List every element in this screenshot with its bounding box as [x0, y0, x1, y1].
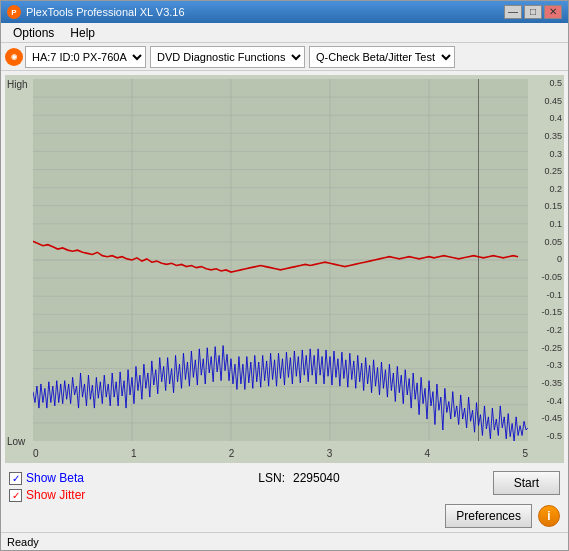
info-button[interactable]: i [538, 505, 560, 527]
function-dropdown[interactable]: DVD Diagnostic Functions [150, 46, 305, 68]
drive-icon: ◉ [5, 48, 23, 66]
toolbar: ◉ HA:7 ID:0 PX-760A DVD Diagnostic Funct… [1, 43, 568, 71]
y-axis: 0.5 0.45 0.4 0.35 0.3 0.25 0.2 0.15 0.1 … [530, 79, 564, 441]
test-dropdown[interactable]: Q-Check Beta/Jitter Test [309, 46, 455, 68]
chart-area: High Low [5, 75, 564, 463]
show-beta-label: Show Beta [26, 471, 84, 485]
chart-svg [33, 79, 528, 441]
checkbox-area: ✓ Show Beta ✓ Show Jitter [9, 471, 85, 502]
drive-dropdown[interactable]: HA:7 ID:0 PX-760A [25, 46, 146, 68]
bottom-controls: ✓ Show Beta ✓ Show Jitter LSN: 2295040 S… [1, 467, 568, 504]
show-jitter-label: Show Jitter [26, 488, 85, 502]
show-beta-checkbox[interactable]: ✓ [9, 472, 22, 485]
chart-plot [33, 79, 528, 441]
menu-options[interactable]: Options [5, 24, 62, 42]
menu-bar: Options Help [1, 23, 568, 43]
start-button[interactable]: Start [493, 471, 560, 495]
window-title: PlexTools Professional XL V3.16 [26, 6, 185, 18]
lsn-label: LSN: [258, 471, 285, 485]
show-jitter-checkbox-label[interactable]: ✓ Show Jitter [9, 488, 85, 502]
menu-help[interactable]: Help [62, 24, 103, 42]
right-buttons: Start [493, 471, 560, 495]
status-bar: Ready [1, 532, 568, 550]
main-window: P PlexTools Professional XL V3.16 — □ ✕ … [0, 0, 569, 551]
preferences-button[interactable]: Preferences [445, 504, 532, 528]
prefs-row: Preferences i [1, 504, 568, 532]
lsn-value: 2295040 [293, 471, 340, 485]
drive-select-area: ◉ HA:7 ID:0 PX-760A [5, 46, 146, 68]
chart-low-label: Low [7, 436, 25, 447]
minimize-button[interactable]: — [504, 5, 522, 19]
status-text: Ready [7, 536, 39, 548]
close-button[interactable]: ✕ [544, 5, 562, 19]
show-jitter-checkbox[interactable]: ✓ [9, 489, 22, 502]
lsn-area: LSN: 2295040 [258, 471, 339, 485]
title-bar: P PlexTools Professional XL V3.16 — □ ✕ [1, 1, 568, 23]
show-beta-checkbox-label[interactable]: ✓ Show Beta [9, 471, 85, 485]
x-axis: 0 1 2 3 4 5 [33, 448, 528, 459]
title-buttons: — □ ✕ [504, 5, 562, 19]
app-icon: P [7, 5, 21, 19]
maximize-button[interactable]: □ [524, 5, 542, 19]
chart-high-label: High [7, 79, 28, 90]
